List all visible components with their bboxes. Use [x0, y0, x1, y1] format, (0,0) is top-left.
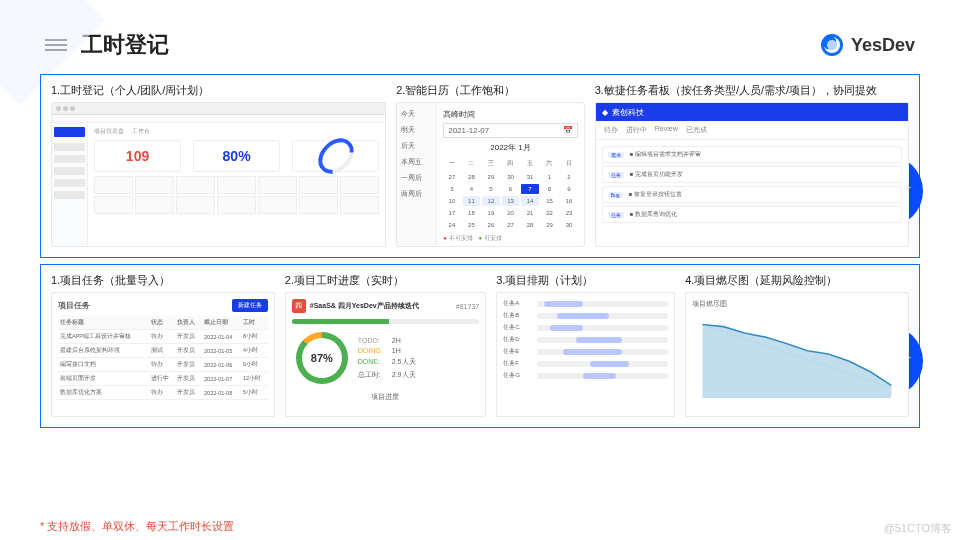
caption: 3.敏捷任务看板（按任务类型/人员/需求/项目），协同提效 [595, 83, 909, 98]
brand: YesDev [821, 34, 915, 56]
preview-dashboard: 项目仪表盘工作台 109 80% [51, 102, 386, 247]
header: 工时登记 YesDev [0, 0, 960, 68]
progress-ring: 87% [296, 332, 348, 384]
calendar-icon: 📅 [563, 126, 573, 135]
watermark: @51CTO博客 [884, 521, 952, 536]
project-icon: 四 [292, 299, 306, 313]
preview-progress: 四 #SaaS& 四月YesDev产品持续迭代 #81737 87% TODO:… [285, 292, 486, 417]
date-input[interactable]: 2021-12-07📅 [443, 123, 578, 138]
new-task-button[interactable]: 新建任务 [232, 299, 268, 312]
preview-calendar: 今天明天 后天本周五 一周后两周后 高峰时间 2021-12-07📅 2022年… [396, 102, 585, 247]
preview-schedule: 任务A 任务B 任务C 任务D 任务E 任务F 任务G [496, 292, 675, 417]
caption: 1.工时登记（个人/团队/周计划） [51, 83, 386, 98]
caption: 1.项目任务（批量导入） [51, 273, 275, 288]
zone-people-hours: 人员工时 1.工时登记（个人/团队/周计划） 项目仪表盘工作台 109 80% [40, 74, 920, 258]
preview-task-table: 项目任务新建任务 任务标题状态负责人截止日期工时 完成APP端工具设计并审核待办… [51, 292, 275, 417]
page-title: 工时登记 [81, 30, 169, 60]
caption: 3.项目排期（计划） [496, 273, 675, 288]
preview-burndown: 项目燃尽图 [685, 292, 909, 417]
footer-note: * 支持放假、单双休、每天工作时长设置 [40, 519, 234, 534]
zone-project-hours: 项目工时 1.项目任务（批量导入） 项目任务新建任务 任务标题状态负责人截止日期… [40, 264, 920, 428]
gauge-icon [311, 131, 360, 180]
preview-kanban: ◆素创科技 待办进行中Review已完成 需求■ 编辑项目需求文档并评审 任务■… [595, 102, 909, 247]
logo-icon [821, 34, 843, 56]
caption: 2.智能日历（工作饱和） [396, 83, 585, 98]
caption: 2.项目工时进度（实时） [285, 273, 486, 288]
caption: 4.项目燃尽图（延期风险控制） [685, 273, 909, 288]
